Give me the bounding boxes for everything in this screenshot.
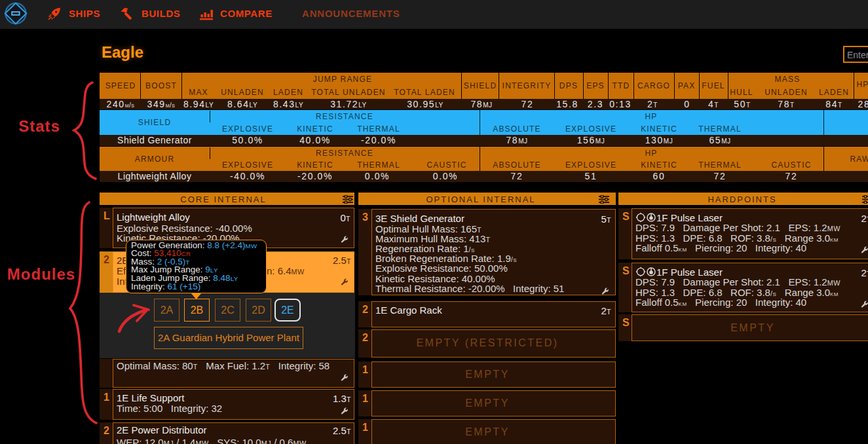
svg-text:Modules: Modules [7,265,75,283]
svg-text:Stats: Stats [18,117,60,135]
